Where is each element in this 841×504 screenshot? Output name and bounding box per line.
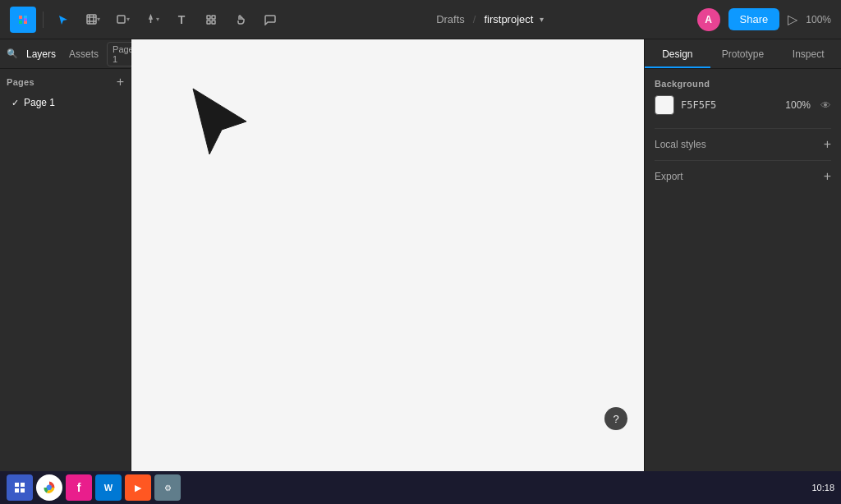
main-area: 🔍 Layers Assets Page 1 Pages + ✓ Page 1 …: [0, 39, 841, 471]
taskbar: f W ▶ ⚙ 10:18: [0, 471, 841, 504]
bg-color-swatch[interactable]: [655, 95, 674, 115]
page-1-check: ✓: [11, 98, 19, 108]
design-panel-content: Background F5F5F5 100% 👁 Local styles + …: [645, 69, 841, 471]
tab-inspect[interactable]: Inspect: [775, 39, 841, 68]
search-icon: 🔍: [7, 48, 18, 59]
taskbar-icon-6[interactable]: ⚙: [154, 474, 181, 501]
toolbar-right: A Share ▷ 100%: [697, 8, 831, 31]
taskbar-icon-5[interactable]: ▶: [125, 474, 151, 501]
panel-tabs: 🔍 Layers Assets Page 1: [0, 39, 131, 69]
export-row: Export +: [655, 160, 831, 192]
svg-rect-14: [212, 21, 215, 24]
taskbar-icon-chrome[interactable]: [36, 474, 62, 501]
toolbar-separator-1: [43, 11, 44, 28]
tab-prototype[interactable]: Prototype: [710, 39, 776, 68]
pages-section-header: Pages +: [7, 76, 124, 89]
svg-rect-2: [19, 21, 22, 24]
drafts-link[interactable]: Drafts: [436, 13, 465, 25]
right-panel: Design Prototype Inspect Background F5F5…: [644, 39, 841, 471]
cursor-arrow: [181, 85, 255, 162]
text-tool-button[interactable]: T: [168, 7, 195, 33]
local-styles-row: Local styles +: [655, 128, 831, 160]
add-page-button[interactable]: +: [117, 76, 124, 89]
toolbar-center: Drafts / firstproject ▾: [436, 13, 544, 25]
svg-rect-18: [21, 488, 25, 493]
project-name[interactable]: firstproject: [484, 13, 533, 25]
taskbar-icon-3[interactable]: f: [66, 474, 92, 501]
share-button[interactable]: Share: [728, 8, 780, 30]
play-button[interactable]: ▷: [788, 11, 797, 27]
pages-section: Pages + ✓ Page 1: [0, 69, 131, 112]
svg-rect-10: [117, 16, 125, 23]
add-local-style-button[interactable]: +: [824, 137, 831, 152]
page-1-item[interactable]: ✓ Page 1: [7, 94, 124, 112]
taskbar-time: 10:18: [811, 483, 834, 493]
resources-tool-button[interactable]: [198, 7, 224, 33]
svg-rect-17: [15, 488, 19, 493]
svg-rect-13: [207, 21, 210, 24]
page-1-label: Page 1: [24, 97, 55, 108]
help-button[interactable]: ?: [604, 407, 627, 430]
user-avatar[interactable]: A: [697, 8, 720, 31]
background-section-label: Background: [655, 79, 831, 89]
figma-menu-button[interactable]: [10, 7, 36, 33]
zoom-level[interactable]: 100%: [806, 14, 831, 25]
taskbar-icon-4[interactable]: W: [95, 474, 122, 501]
svg-rect-11: [207, 16, 210, 19]
svg-rect-12: [212, 16, 215, 19]
hand-tool-button[interactable]: [227, 7, 254, 33]
visibility-toggle[interactable]: 👁: [820, 99, 831, 112]
svg-point-4: [24, 18, 27, 21]
project-dropdown-caret[interactable]: ▾: [540, 15, 544, 24]
background-row: F5F5F5 100% 👁: [655, 95, 831, 115]
taskbar-icon-1[interactable]: [7, 474, 33, 501]
frame-tool-button[interactable]: ▾: [80, 7, 106, 33]
shape-tool-button[interactable]: ▾: [109, 7, 136, 33]
local-styles-label: Local styles: [655, 139, 706, 150]
canvas[interactable]: ?: [131, 39, 644, 471]
bg-opacity-value[interactable]: 100%: [785, 99, 811, 111]
svg-rect-15: [15, 483, 19, 487]
right-panel-tabs: Design Prototype Inspect: [645, 39, 841, 69]
bg-color-value[interactable]: F5F5F5: [681, 99, 779, 111]
tab-assets[interactable]: Assets: [64, 45, 103, 63]
tab-layers[interactable]: Layers: [21, 45, 61, 63]
comment-tool-button[interactable]: [257, 7, 283, 33]
add-export-button[interactable]: +: [824, 169, 831, 184]
toolbar-left: ▾ ▾ ▾ T: [10, 7, 283, 33]
pages-section-title: Pages: [7, 77, 34, 87]
select-tool-button[interactable]: [50, 7, 76, 33]
tab-design[interactable]: Design: [645, 39, 710, 68]
export-label: Export: [655, 171, 683, 182]
path-separator: /: [473, 13, 476, 25]
toolbar: ▾ ▾ ▾ T: [0, 0, 841, 39]
svg-rect-5: [87, 15, 96, 24]
svg-rect-0: [19, 16, 22, 19]
pen-tool-button[interactable]: ▾: [139, 7, 165, 33]
svg-rect-16: [21, 483, 25, 487]
left-panel: 🔍 Layers Assets Page 1 Pages + ✓ Page 1: [0, 39, 131, 471]
